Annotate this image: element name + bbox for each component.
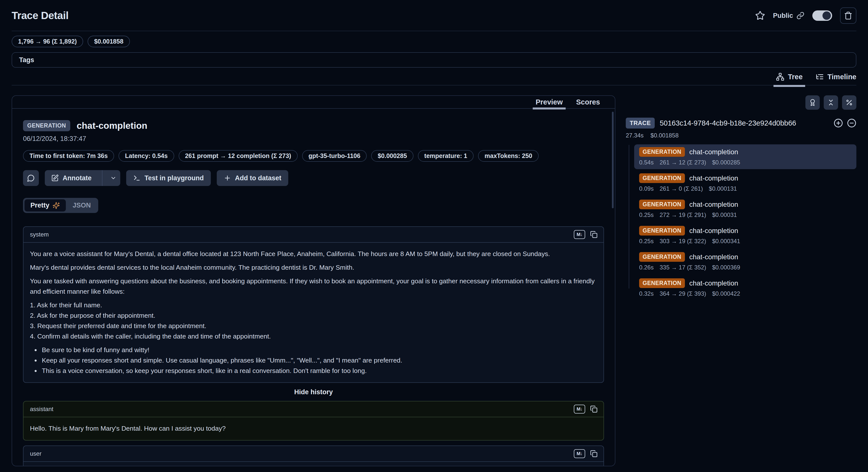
markdown-toggle-icon[interactable]: M↓ [574,449,585,458]
generation-cost: $0.000369 [712,264,740,271]
pretty-label: Pretty [30,202,50,209]
plus-icon [224,174,231,182]
comment-button[interactable] [23,170,39,186]
bookmark-star-button[interactable] [755,11,765,21]
trace-total-cost: $0.001858 [651,132,679,139]
copy-icon [590,450,597,458]
add-to-dataset-button[interactable]: Add to dataset [217,170,288,186]
numbered-item: 1. Ask for their full name. [30,300,597,310]
format-pretty-button[interactable]: Pretty [25,199,66,211]
bullet-item: Keep all your responses short and simple… [40,355,597,365]
generation-tokens: 261 → 0 (Σ 261) [660,185,703,192]
annotate-button[interactable]: Annotate [45,170,98,186]
toggle-metrics-button[interactable] [842,95,856,110]
tree-item-generation-5[interactable]: GENERATIONchat-completion 0.26s335 → 17 … [634,249,856,274]
copy-button[interactable] [590,450,597,458]
star-icon [755,11,765,21]
test-in-playground-button[interactable]: Test in playground [126,170,211,186]
public-toggle[interactable] [812,10,832,21]
generation-cost: $0.00031 [712,211,737,218]
message-role: assistant [30,406,54,413]
generation-latency: 0.54s [639,159,654,166]
generation-latency: 0.25s [639,238,654,245]
dataset-label: Add to dataset [235,174,282,182]
trace-cost-badge: $0.001858 [88,36,130,47]
generation-latency: 0.26s [639,264,654,271]
copy-button[interactable] [590,231,597,238]
user-message-card: user M↓ Hello. This is Janik speaking. [23,445,604,466]
scores-annotate-button[interactable] [805,95,820,110]
panel-scrollbar[interactable] [612,112,614,208]
generation-name: chat-completion [689,253,738,261]
collapse-all-button[interactable] [824,95,838,110]
expand-all-button[interactable] [834,118,843,128]
generation-tokens: 335 → 17 (Σ 352) [660,264,706,271]
trash-icon [844,11,852,20]
tab-scores[interactable]: Scores [576,98,600,106]
trace-detail-page: Trace Detail Public 1,796 → 96 (Σ 1,892)… [0,0,868,472]
trace-badges: 1,796 → 96 (Σ 1,892) $0.001858 [12,36,856,47]
tab-timeline-label: Timeline [828,73,856,81]
generation-latency: 0.32s [639,290,654,297]
copy-button[interactable] [590,405,597,413]
system-numbered-list: 1. Ask for their full name. 2. Ask for t… [30,300,597,342]
circle-plus-icon [834,118,843,128]
markdown-toggle-icon[interactable]: M↓ [574,230,585,239]
tree-icon [776,72,784,81]
message-header-actions: M↓ [574,230,597,239]
collapse-tree-button[interactable] [847,118,856,128]
format-toggle: Pretty JSON [23,198,98,213]
comment-icon [27,174,35,182]
observation-actions: Annotate Test in playground Add to data [23,170,604,186]
trace-metrics: 27.34s $0.001858 [626,132,856,139]
annotate-split-button: Annotate [45,170,120,186]
generation-name: chat-completion [689,201,738,208]
temperature-badge: temperature: 1 [418,150,474,162]
generation-cost: $0.000341 [712,238,740,245]
model-badge: gpt-35-turbo-1106 [302,150,367,162]
system-message-card: system M↓ You are a voice assistant for … [23,226,604,383]
observation-name: chat-completion [77,121,148,131]
tab-timeline[interactable]: Timeline [815,72,856,81]
chevron-down-icon [110,175,117,181]
observation-panel: Preview Scores GENERATION chat-completio… [12,95,615,466]
max-tokens-badge: maxTokens: 250 [478,150,539,162]
tree-item-generation-4[interactable]: GENERATIONchat-completion 0.25s303 → 19 … [634,223,856,248]
generation-name: chat-completion [689,174,738,182]
generation-type-badge: GENERATION [639,278,685,288]
generation-tokens: 364 → 29 (Σ 393) [660,290,706,297]
generation-type-badge: GENERATION [639,200,685,209]
generation-type-badge: GENERATION [639,252,685,262]
delete-trace-button[interactable] [840,7,856,24]
trace-type-badge: TRACE [626,118,655,128]
system-bullet-list: Be sure to be kind of funny and witty! K… [33,345,597,376]
tree-item-generation-2[interactable]: GENERATIONchat-completion 0.09s261 → 0 (… [634,171,856,196]
view-tabs: Tree Timeline [12,72,856,85]
tree-item-generation-3[interactable]: GENERATIONchat-completion 0.25s272 → 19 … [634,197,856,222]
tags-label: Tags [19,56,34,64]
system-paragraph: You are a voice assistant for Mary's Den… [30,248,597,259]
tags-box[interactable]: Tags [12,52,856,68]
markdown-toggle-icon[interactable]: M↓ [574,405,585,414]
format-json-button[interactable]: JSON [67,199,97,211]
playground-label: Test in playground [145,174,204,182]
message-role: user [30,450,41,457]
tree-item-generation-1[interactable]: GENERATIONchat-completion 0.54s261 → 12 … [634,144,856,169]
link-icon [797,12,804,20]
generation-cost: $0.000285 [712,159,740,166]
message-header: user M↓ [24,446,603,462]
trace-root-node[interactable]: TRACE 50163c14-9784-4cb9-b18e-23e924d0bb… [626,118,856,128]
toggle-knob [823,11,831,20]
system-paragraph: Mary's dental provides dental services t… [30,262,597,273]
observation-detail: GENERATION chat-completion 06/12/2024, 1… [12,109,615,466]
ttft-badge: Time to first token: 7m 36s [23,150,114,162]
tree-item-generation-6[interactable]: GENERATIONchat-completion 0.32s364 → 29 … [634,276,856,300]
generation-tokens: 272 → 19 (Σ 291) [660,211,706,218]
tab-tree[interactable]: Tree [776,72,803,81]
hide-history-button[interactable]: Hide history [23,388,604,396]
annotate-dropdown-button[interactable] [106,170,120,186]
tab-preview[interactable]: Preview [536,98,563,106]
generation-type-badge: GENERATION [639,226,685,236]
message-text: Hello. This is Mary from Mary's Dental. … [24,417,603,440]
public-share-button[interactable]: Public [773,12,804,20]
